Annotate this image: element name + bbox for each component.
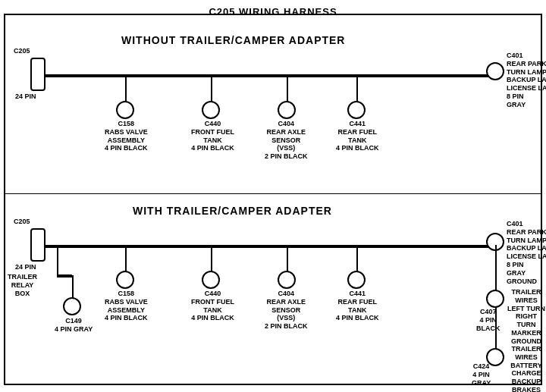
c401-circle-s1 [486, 62, 504, 80]
c441-circle-s1 [347, 101, 366, 119]
c441-label-s2: C441REAR FUELTANK4 PIN BLACK [336, 290, 379, 322]
c404-label-s1: C404REAR AXLESENSOR(VSS)2 PIN BLACK [265, 120, 308, 161]
c401-label-s2: C401REAR PARK/STOPTURN LAMPSBACKUP LAMPS… [507, 220, 546, 285]
c205-pin-s2: 24 PIN [15, 263, 36, 271]
c440-circle-s2 [202, 271, 220, 289]
c404-circle-s2 [278, 271, 296, 289]
c158-circle-s1 [116, 101, 134, 119]
c149-circle [63, 297, 81, 315]
section2-title: WITH TRAILER/CAMPER ADAPTER [133, 205, 332, 217]
c441-vline-s1 [356, 75, 358, 102]
c401-label-s1: C401REAR PARK/STOPTURN LAMPSBACKUP LAMPS… [507, 52, 546, 109]
c158-vline-s2 [125, 245, 127, 271]
c205-pin-s1: 24 PIN [15, 93, 36, 101]
c149-vline [72, 275, 74, 298]
c441-label-s1: C441REAR FUELTANK4 PIN BLACK [336, 120, 379, 152]
s1-main-hline [42, 74, 497, 77]
relay-label: TRAILERRELAYBOX [8, 273, 37, 297]
c441-vline-s2 [356, 245, 358, 271]
c149-label: C1494 PIN GRAY [55, 317, 93, 334]
c158-label-s1: C158RABS VALVEASSEMBLY4 PIN BLACK [105, 120, 148, 152]
c424-vline [495, 307, 497, 349]
c404-label-s2: C404REAR AXLESENSOR(VSS)2 PIN BLACK [265, 290, 308, 331]
section-divider [4, 193, 542, 194]
c440-vline-s2 [211, 245, 212, 271]
diagram-area: C205 WIRING HARNESS WITHOUT TRAILER/CAMP… [0, 0, 546, 379]
c440-circle-s1 [202, 101, 220, 119]
c424-label-s2: TRAILER WIRESBATTERY CHARGEBACKUPBRAKES [507, 345, 546, 392]
c407-label-s2: TRAILER WIRESLEFT TURNRIGHT TURNMARKERGR… [507, 288, 546, 346]
c205-label-s1: C205 [14, 47, 30, 55]
s2-main-hline [42, 245, 497, 248]
c424-id: C4244 PINGRAY [472, 362, 491, 387]
page-title: C205 WIRING HARNESS [0, 0, 546, 17]
c407-circle [486, 290, 504, 308]
c404-circle-s1 [278, 101, 296, 119]
c149-hline [57, 274, 72, 278]
c404-vline-s1 [287, 75, 288, 102]
c440-label-s1: C440FRONT FUELTANK4 PIN BLACK [191, 120, 234, 152]
c158-label-s2: C158RABS VALVEASSEMBLY4 PIN BLACK [105, 290, 148, 322]
c158-circle-s2 [116, 271, 134, 289]
relay-vline [57, 246, 58, 276]
c407-vline [495, 245, 497, 290]
section1-title: WITHOUT TRAILER/CAMPER ADAPTER [121, 34, 345, 46]
c441-circle-s2 [347, 271, 366, 289]
c205-rect-s1 [30, 58, 46, 91]
c158-vline-s1 [125, 75, 127, 102]
c404-vline-s2 [287, 245, 288, 271]
c440-vline-s1 [211, 75, 212, 102]
c205-rect-s2 [30, 228, 46, 262]
c440-label-s2: C440FRONT FUELTANK4 PIN BLACK [191, 290, 234, 322]
c205-label-top-s2: C205 [14, 218, 30, 226]
